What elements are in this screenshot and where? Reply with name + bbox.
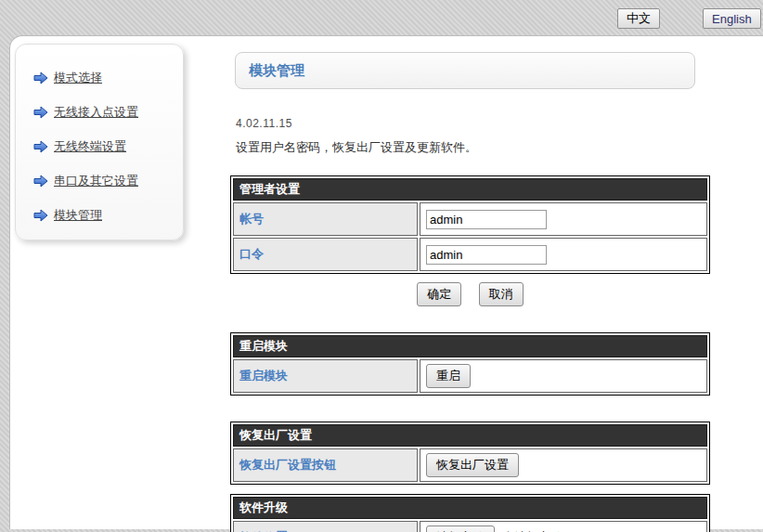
- main-content: 模块管理 4.02.11.15 设置用户名密码，恢复出厂设置及更新软件。 管理者…: [230, 36, 750, 532]
- language-english-button[interactable]: English: [703, 8, 761, 29]
- page-title-box: 模块管理: [235, 52, 695, 89]
- sidebar-link[interactable]: 模块管理: [54, 207, 102, 224]
- sidebar-link[interactable]: 无线终端设置: [54, 138, 126, 155]
- cancel-button[interactable]: 取消: [479, 282, 524, 306]
- software-location-label: 软件位置:: [233, 521, 418, 532]
- reboot-label: 重启模块: [233, 359, 418, 393]
- sidebar-link[interactable]: 模式选择: [54, 70, 102, 86]
- top-bar: 中文 English: [0, 0, 763, 35]
- sidebar-item-wireless-sta[interactable]: 无线终端设置: [33, 129, 183, 163]
- reboot-button[interactable]: 重启: [426, 364, 471, 388]
- right-arrow-icon: [33, 106, 48, 119]
- software-upgrade-header: 软件升级: [233, 497, 707, 519]
- right-arrow-icon: [33, 209, 48, 222]
- sidebar-nav: 模式选择 无线接入点设置 无线终端设置 串口及其它设置 模块管理: [15, 44, 184, 240]
- table-row: 口令: [233, 238, 707, 271]
- table-row: 重启模块 重启: [233, 359, 707, 393]
- sidebar-link[interactable]: 无线接入点设置: [54, 104, 138, 121]
- file-input: 选择文件 未选择文件: [426, 526, 701, 532]
- page-title: 模块管理: [249, 62, 304, 80]
- reboot-table: 重启模块 重启模块 重启: [230, 332, 710, 396]
- sidebar-item-wireless-ap[interactable]: 无线接入点设置: [33, 95, 183, 129]
- sidebar-item-module-management[interactable]: 模块管理: [33, 198, 183, 232]
- right-arrow-icon: [33, 71, 48, 84]
- admin-settings-header: 管理者设置: [233, 178, 707, 201]
- software-upgrade-table: 软件升级 软件位置: 选择文件 未选择文件: [230, 494, 710, 532]
- right-arrow-icon: [33, 140, 48, 153]
- sidebar-item-mode-select[interactable]: 模式选择: [33, 60, 183, 95]
- table-row: 软件位置: 选择文件 未选择文件: [233, 521, 707, 532]
- right-arrow-icon: [33, 175, 48, 188]
- account-label: 帐号: [233, 202, 418, 236]
- sidebar-item-serial-settings[interactable]: 串口及其它设置: [33, 163, 183, 198]
- password-input[interactable]: [426, 245, 547, 265]
- factory-reset-button[interactable]: 恢复出厂设置: [426, 453, 519, 477]
- reboot-header: 重启模块: [233, 335, 707, 357]
- factory-reset-table: 恢复出厂设置 恢复出厂设置按钮 恢复出厂设置: [230, 422, 710, 485]
- factory-reset-label: 恢复出厂设置按钮: [233, 448, 418, 482]
- account-input[interactable]: [426, 210, 547, 229]
- language-chinese-button[interactable]: 中文: [617, 8, 660, 29]
- table-row: 恢复出厂设置按钮 恢复出厂设置: [233, 448, 707, 482]
- page-description: 设置用户名密码，恢复出厂设置及更新软件。: [236, 139, 750, 156]
- admin-settings-table: 管理者设置 帐号 口令: [230, 175, 710, 274]
- page-container: 模式选择 无线接入点设置 无线终端设置 串口及其它设置 模块管理: [9, 35, 763, 529]
- sidebar-link[interactable]: 串口及其它设置: [54, 173, 138, 189]
- password-label: 口令: [233, 238, 418, 271]
- choose-file-button[interactable]: 选择文件: [426, 526, 495, 532]
- admin-buttons-row: 确定 取消: [230, 282, 710, 306]
- firmware-version: 4.02.11.15: [236, 117, 750, 130]
- factory-reset-header: 恢复出厂设置: [233, 424, 707, 447]
- confirm-button[interactable]: 确定: [417, 282, 461, 306]
- table-row: 帐号: [233, 202, 707, 236]
